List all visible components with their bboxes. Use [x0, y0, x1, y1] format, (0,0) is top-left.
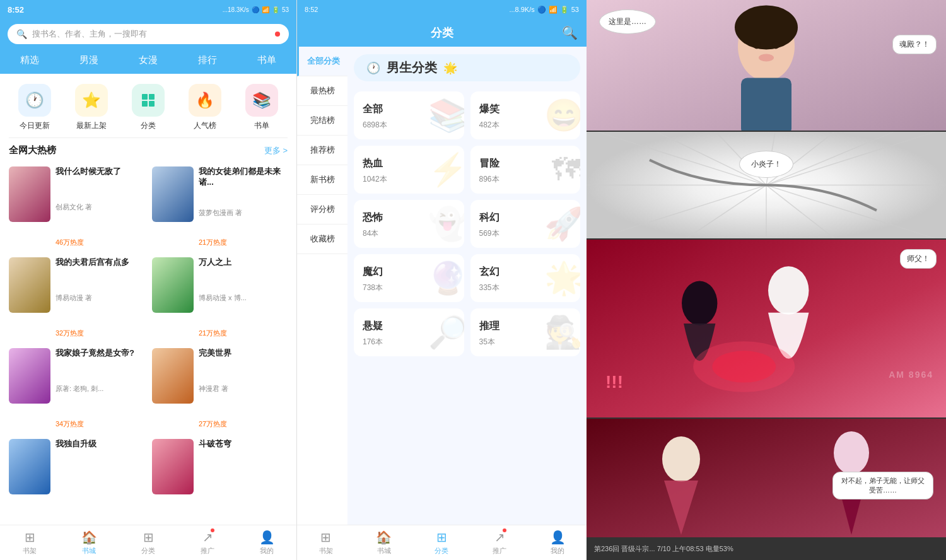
category-grid-area: 🕐 男生分类 🌟 全部 6898本 📚 爆笑 482本 😄 热血	[347, 47, 587, 525]
cat-card-fantasy[interactable]: 玄幻 335本 🌟	[470, 254, 581, 302]
new-book-icon: ⭐	[75, 84, 108, 117]
time-left: 8:52	[8, 5, 24, 15]
bottom-promote-left[interactable]: ↗ 推广	[178, 530, 237, 556]
new-book-label: 最新上架	[76, 120, 107, 131]
tab-nanman[interactable]: 男漫	[59, 52, 119, 69]
section-header: 全网大热榜 更多 >	[0, 138, 296, 161]
cat-card-adventure[interactable]: 冒险 896本 🗺	[470, 146, 581, 194]
sidebar-item-hottest[interactable]: 最热榜	[297, 76, 347, 106]
watermark: AM 8964	[889, 370, 933, 380]
manga-progress-text: 第236回 晋级斗宗... 7/10 上午08:53 电量53%	[594, 544, 733, 554]
list-item[interactable]: 我家娘子竟然是女帝? 原著: 老狗, 刺... 34万热度	[5, 343, 148, 434]
book-info-4: 万人之上 博易动漫 x 博... 21万热度	[199, 257, 288, 338]
svg-point-30	[712, 351, 776, 382]
book-info-6: 完美世界 神漫君 著 27万热度	[199, 348, 288, 429]
icon-item-today[interactable]: 🕐 今日更新	[18, 84, 51, 131]
list-item[interactable]: 我什么时候无敌了 创易文化 著 46万热度	[5, 161, 148, 252]
mid-promote-icon: ↗	[494, 530, 505, 544]
tab-shūdan[interactable]: 书单	[237, 52, 296, 69]
cat-card-scifi[interactable]: 科幻 569本 🚀	[470, 200, 581, 248]
icon-item-new[interactable]: ⭐ 最新上架	[75, 84, 108, 131]
list-item[interactable]: 斗破苍穹	[148, 434, 291, 525]
sidebar-item-all-categories[interactable]: 全部分类	[297, 47, 347, 76]
cat-card-comedy[interactable]: 爆笑 482本 😄	[470, 91, 581, 139]
book-cover-8	[152, 439, 194, 494]
tab-jingxuan[interactable]: 精选	[0, 52, 59, 69]
mid-bottom-promote[interactable]: ↗ 推广	[470, 530, 528, 556]
list-item[interactable]: 我的夫君后宫有点多 博易动漫 著 32万热度	[5, 252, 148, 343]
cat-header-icon: 🕐	[366, 61, 380, 75]
cat-card-action[interactable]: 热血 1042本 ⚡	[354, 146, 464, 194]
sidebar-item-completed[interactable]: 完结榜	[297, 106, 347, 136]
mid-bottom-bookshelf[interactable]: ⊞ 书架	[297, 530, 355, 556]
search-placeholder: 搜书名、作者、主角，一搜即有	[32, 28, 270, 40]
speech-bubble-1b: 魂殿？！	[892, 35, 937, 54]
bt-icon-left: 🔵	[252, 6, 259, 13]
bottom-mine-left[interactable]: 👤 我的	[237, 530, 296, 556]
list-item[interactable]: 我独自升级	[5, 434, 148, 525]
cat-bg-comedy: 😄	[544, 97, 580, 134]
tab-paihang[interactable]: 排行	[178, 52, 237, 69]
book-hot-3: 32万热度	[55, 329, 144, 338]
promote-label: 推广	[201, 546, 214, 556]
mid-category-label: 分类	[435, 546, 448, 556]
cat-bg-all: 📚	[428, 97, 464, 134]
search-input-wrap[interactable]: 🔍 搜书名、作者、主角，一搜即有	[8, 24, 289, 44]
svg-point-27	[768, 266, 809, 315]
icon-item-booklist[interactable]: 📚 书单	[245, 84, 278, 131]
mid-bottom-category[interactable]: ⊞ 分类	[413, 530, 471, 556]
book-title-6: 完美世界	[199, 348, 288, 359]
cat-card-mystery[interactable]: 悬疑 176本 🔎	[354, 308, 464, 356]
list-item[interactable]: 万人之上 博易动漫 x 博... 21万热度	[148, 252, 291, 343]
sidebar-item-recommended[interactable]: 推荐榜	[297, 136, 347, 165]
speech-bubble-1a: 这里是……	[599, 9, 656, 34]
mine-icon: 👤	[259, 530, 275, 545]
bookstore-icon: 🏠	[81, 530, 97, 544]
tab-nüman[interactable]: 女漫	[119, 52, 178, 69]
manga-figure-1: 这里是…… 魂殿？！	[587, 0, 946, 131]
mid-promote-label: 推广	[493, 546, 506, 556]
bottom-category-left[interactable]: ⊞ 分类	[119, 530, 178, 556]
book-cover-6	[152, 348, 194, 404]
manga-page-1: 这里是…… 魂殿？！	[587, 0, 946, 132]
mid-mine-icon: 👤	[550, 530, 566, 545]
book-info-1: 我什么时候无敌了 创易文化 著 46万热度	[55, 166, 144, 247]
sidebar-item-collected[interactable]: 收藏榜	[297, 225, 347, 254]
battery-left: 🔋	[272, 6, 279, 13]
book-title-2: 我的女徒弟们都是未来诸...	[199, 166, 288, 188]
book-hot-1: 46万热度	[55, 238, 144, 247]
mid-title: 分类	[431, 25, 453, 40]
mid-search-icon[interactable]: 🔍	[562, 25, 578, 40]
book-author-5: 原著: 老狗, 刺...	[55, 384, 144, 394]
sidebar-item-rated[interactable]: 评分榜	[297, 195, 347, 225]
book-title-3: 我的夫君后宫有点多	[55, 257, 144, 268]
mid-header: 分类 🔍	[297, 19, 587, 47]
mid-bottom-mine[interactable]: 👤 我的	[528, 530, 587, 556]
book-title-8: 斗破苍穹	[199, 439, 288, 450]
booklist-label: 书单	[254, 120, 269, 131]
more-link[interactable]: 更多 >	[264, 145, 288, 156]
sidebar-item-new[interactable]: 新书榜	[297, 165, 347, 195]
list-item[interactable]: 完美世界 神漫君 著 27万热度	[148, 343, 291, 434]
book-cover-5	[9, 348, 50, 404]
book-cover-4	[152, 257, 194, 313]
search-record-dot	[275, 32, 280, 37]
book-title-7: 我独自升级	[55, 439, 144, 450]
mid-bottom-bookstore[interactable]: 🏠 书城	[355, 530, 413, 556]
cat-card-magic[interactable]: 魔幻 738本 🔮	[354, 254, 464, 302]
bottom-nav-mid: ⊞ 书架 🏠 书城 ⊞ 分类 ↗ 推广 👤 我的	[297, 525, 587, 560]
cat-card-all[interactable]: 全部 6898本 📚	[354, 91, 464, 139]
svg-rect-1	[149, 94, 155, 100]
mid-bookstore-label: 书城	[377, 546, 391, 556]
mid-bookshelf-label: 书架	[319, 546, 333, 556]
list-item[interactable]: 我的女徒弟们都是未来诸... 菠萝包漫画 著 21万热度	[148, 161, 291, 252]
bottom-bookstore[interactable]: 🏠 书城	[59, 530, 119, 556]
icon-item-category[interactable]: 分类	[132, 84, 165, 131]
bottom-bookshelf[interactable]: ⊞ 书架	[0, 530, 59, 556]
book-list: 我什么时候无敌了 创易文化 著 46万热度 我的女徒弟们都是未来诸... 菠萝包…	[0, 161, 296, 525]
svg-point-8	[753, 41, 761, 49]
icon-item-popular[interactable]: 🔥 人气榜	[189, 84, 221, 131]
cat-card-detective[interactable]: 推理 35本 🕵	[470, 308, 581, 356]
search-icon: 🔍	[16, 29, 27, 39]
cat-card-horror[interactable]: 恐怖 84本 👻	[354, 200, 464, 248]
